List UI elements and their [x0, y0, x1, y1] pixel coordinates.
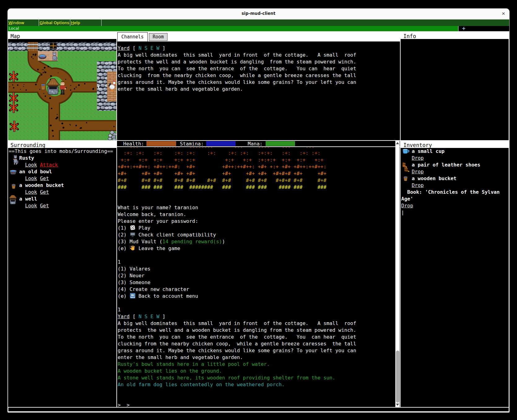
item-name: Age' [401, 196, 413, 202]
map-panel[interactable]: R [8, 39, 116, 140]
get-link[interactable]: Get [40, 175, 49, 181]
terminal-line: 1 [118, 306, 390, 313]
terminal-line: (e) BACK Back to account menu [118, 293, 390, 300]
terminal-scrollbar[interactable] [395, 141, 400, 407]
terminal-line: #+# #+# #+# #+# #+# #+# #+# #+# #+# #+#+… [118, 177, 390, 184]
look-link[interactable]: Look [25, 162, 37, 168]
terminal-line: What is your name? taranion [118, 204, 390, 211]
item-name: a wooden bucket [412, 175, 457, 182]
scrollbar-down-icon[interactable] [396, 404, 399, 406]
text-segment: A big well dominates this small yard in … [118, 52, 356, 58]
terminal-line: (3) Someone [118, 279, 390, 286]
look-link[interactable]: Look [25, 175, 37, 181]
text-segment: (e) [118, 293, 130, 299]
terminal-line: A big well dominates this small yard in … [118, 52, 356, 58]
text-segment: [ [130, 314, 139, 319]
drop-link[interactable]: Drop [412, 169, 424, 175]
terminal-line: enter the small herb and vegetable garde… [118, 354, 390, 361]
terminal-line: (3) Mud Vault (14 pending reward(s)) [118, 238, 390, 245]
get-link[interactable]: Get [40, 203, 49, 209]
text-segment: ] [159, 45, 165, 51]
bowl-icon: R [9, 170, 17, 175]
attack-link[interactable]: Attack [40, 162, 58, 168]
scrollbar-up-icon[interactable] [396, 142, 399, 144]
text-segment: grass around it. Maybe the chickens woul… [118, 348, 356, 353]
drop-link[interactable]: Drop [412, 182, 424, 188]
terminal-line: 1 [118, 259, 390, 266]
drop-link[interactable]: Drop [401, 203, 413, 209]
terminal-line [118, 300, 390, 306]
get-link[interactable]: Get [40, 189, 49, 195]
text-segment: protects the well and a wooden bucket is… [118, 327, 356, 333]
add-session-button[interactable]: + [460, 26, 467, 31]
menu-item-global-options[interactable]: Global Options [39, 19, 70, 26]
text-segment: (3) Someone [118, 279, 150, 285]
look-link[interactable]: Look [25, 189, 37, 195]
session-tab-local[interactable]: Local [8, 26, 458, 31]
close-icon[interactable]: ✕ [500, 11, 506, 17]
terminal-line: Yard [ N S E W ] [118, 45, 356, 52]
text-segment: ::: ::::::::: :::::::: ::: :::: ::: ::: [118, 147, 315, 149]
item-name: Book: 'Chronicles of the Sylvan [401, 189, 500, 196]
vital-label-stamina: Stamina: [180, 141, 204, 147]
cup-icon [402, 149, 408, 154]
terminal-line: ### ### ### ### ######## ### ### ### ###… [118, 184, 390, 191]
text-segment: To the north you can see the entrance of… [118, 66, 356, 71]
bucket-icon [11, 184, 16, 189]
bucket-icon [403, 176, 409, 182]
menu-item-help[interactable]: Help [70, 19, 102, 26]
terminal-line [118, 252, 390, 259]
vital-bar-stamina [206, 141, 236, 146]
text-cursor: | [401, 209, 404, 216]
window-titlebar[interactable]: sip-mud-client ✕ [8, 9, 509, 19]
look-link[interactable]: Look [25, 203, 37, 209]
scrollbar-thumb[interactable] [396, 351, 399, 403]
vital-bar-health [146, 141, 176, 146]
terminal-line: (e) Leave the game [118, 245, 390, 252]
vital-bar-mana [266, 141, 295, 146]
text-segment: (2) [118, 232, 130, 238]
inventory-panel: a small cupDropa pair of leather shoesDr… [401, 148, 509, 407]
text-segment: 1 [118, 307, 121, 313]
mob-name: Rusty [19, 155, 34, 162]
tab-channels[interactable]: Channels [117, 32, 148, 41]
text-segment: Welcome back, taranion. [118, 211, 186, 217]
terminal-line: ::: ::::::::: :::::::: ::: :::: ::: ::: [118, 147, 390, 150]
text-segment: Yard [118, 45, 130, 51]
text-segment: To the north you can see the entrance of… [118, 334, 356, 340]
window-title: sip-mud-client [8, 11, 509, 16]
terminal-output[interactable]: ::: ::::::::: :::::::: ::: :::: ::: ::: … [117, 147, 400, 407]
terminal-line [118, 191, 390, 197]
menu-item-window[interactable]: Window [8, 19, 39, 26]
terminal-line: protects the well and a wooden bucket is… [118, 58, 356, 65]
terminal-line: A big well dominates this small yard in … [118, 320, 390, 327]
text-segment: [ [130, 45, 139, 51]
text-segment: What is your name? taranion [118, 205, 198, 210]
terminal-line: A stone well stands here, its wooden roo… [118, 375, 390, 381]
text-segment: protects the well and a wooden bucket is… [118, 59, 356, 65]
text-segment: #+# #+# #+# #+# #+# #+# #+# #+# #+# #+#+… [118, 177, 326, 183]
text-segment: (1) Valares [118, 266, 150, 272]
back-icon: BACK [130, 293, 136, 299]
tab-room[interactable]: Room [149, 33, 167, 41]
text-segment: enter the small herb and vegetable garde… [118, 354, 243, 360]
drop-link[interactable]: Drop [412, 155, 424, 161]
map-panel-title: Map [11, 33, 20, 39]
terminal-line: To the north you can see the entrance of… [118, 65, 356, 72]
terminal-line: grass around it. Maybe the chickens woul… [118, 347, 390, 354]
text-segment: Leave the game [136, 245, 180, 251]
terminal-scrollback: ::: ::::::::: :::::::: ::: :::: ::: ::: … [118, 147, 390, 407]
text-segment: Yard [118, 314, 130, 319]
text-segment: A big well dominates this small yard in … [118, 320, 356, 326]
vital-label-mana: Mana: [248, 141, 263, 147]
terminal-line: :+: :+: :+: :+: :+: :+: :+: :+: :+:+: :+… [118, 150, 390, 157]
terminal-line [118, 197, 390, 204]
map-gate [27, 42, 39, 51]
map-porch: R [38, 51, 58, 61]
text-segment: +#++:++#++: +#++:++#: +#+ +#++:++#++: +#… [118, 164, 326, 170]
text-segment: Check client compatibility [136, 232, 216, 238]
terminal-line: grass around it. Maybe the chickens woul… [118, 79, 356, 86]
terminal-line: An old farm dog lies contentedly on the … [118, 381, 390, 388]
text-segment: Back to account menu [136, 293, 198, 299]
well-icon [9, 195, 17, 204]
